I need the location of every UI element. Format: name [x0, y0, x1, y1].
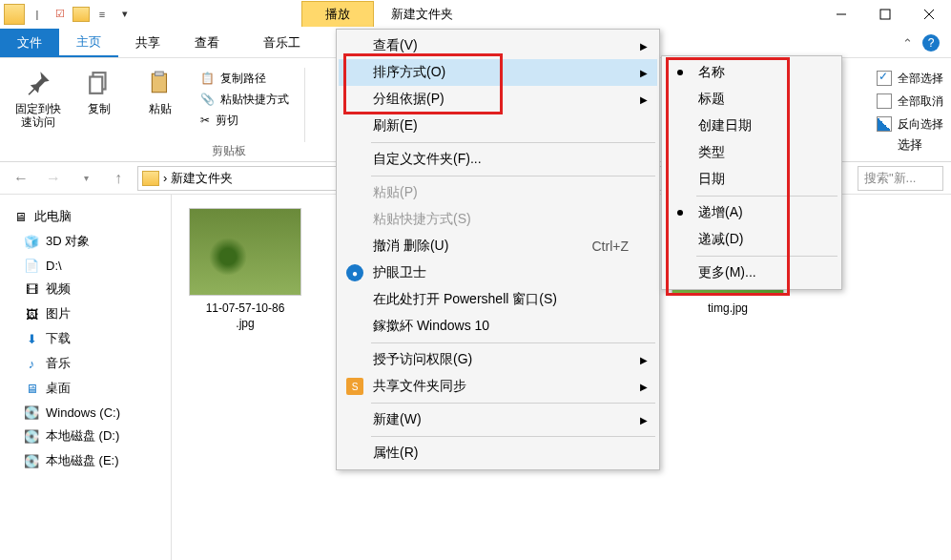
file-name: 11-07-57-10-86 .jpg	[206, 301, 285, 331]
tree-3d-objects[interactable]: 🧊3D 对象	[4, 229, 167, 254]
breadcrumb[interactable]: 新建文件夹	[171, 170, 233, 187]
tree-local-d[interactable]: 💽本地磁盘 (D:)	[4, 424, 167, 448]
sort-more[interactable]: 更多(M)...	[664, 259, 839, 286]
tab-home[interactable]: 主页	[59, 29, 118, 57]
up-button[interactable]: ↑	[105, 165, 132, 192]
tab-music-tools[interactable]: 音乐工	[246, 29, 318, 57]
download-icon: ⬇	[23, 331, 40, 346]
forward-button[interactable]: →	[40, 165, 67, 192]
bullet-icon	[677, 70, 683, 75]
tree-this-pc[interactable]: 🖥此电脑	[4, 204, 167, 229]
invert-selection-button[interactable]: 反向选择	[877, 114, 943, 135]
search-box[interactable]: 搜索"新...	[858, 166, 943, 191]
ctx-grant-access[interactable]: 授予访问权限(G)▶	[339, 346, 657, 373]
ctx-customize-folder[interactable]: 自定义文件夹(F)...	[339, 146, 657, 173]
tab-share[interactable]: 共享	[118, 29, 177, 57]
ctx-group-by[interactable]: 分组依据(P)▶	[339, 86, 657, 113]
svg-rect-7	[155, 72, 164, 75]
tree-videos[interactable]: 🎞视频	[4, 277, 167, 301]
select-group-label: 选择	[877, 136, 943, 154]
chevron-right-icon: ▶	[640, 355, 648, 365]
tab-view[interactable]: 查看	[177, 29, 237, 57]
file-item[interactable]: 11-07-57-10-86 .jpg	[183, 208, 307, 331]
tab-file[interactable]: 文件	[0, 29, 59, 57]
navigation-pane[interactable]: 🖥此电脑 🧊3D 对象 📄D:\ 🎞视频 🖼图片 ⬇下载 ♪音乐 🖥桌面 💽Wi…	[0, 195, 172, 560]
ctx-sort-by[interactable]: 排序方式(O)▶	[339, 59, 657, 86]
ctx-paste[interactable]: 粘贴(P)	[339, 179, 657, 206]
sort-date[interactable]: 日期	[664, 166, 839, 193]
sort-type[interactable]: 类型	[664, 139, 839, 166]
pin-icon	[23, 68, 53, 98]
paste-button[interactable]: 粘贴	[135, 64, 185, 115]
minimize-button[interactable]	[819, 0, 863, 29]
window-controls	[819, 0, 951, 29]
ctx-open-powershell[interactable]: 在此处打开 Powershell 窗口(S)	[339, 286, 657, 313]
sort-ascending[interactable]: 递增(A)	[664, 199, 839, 226]
breadcrumb-sep: ›	[163, 171, 167, 185]
qat-overflow-icon[interactable]: ≡	[92, 4, 113, 25]
select-all-button[interactable]: 全部选择	[877, 68, 943, 89]
checkbox-icon	[877, 71, 892, 86]
qat-separator: |	[27, 4, 48, 25]
tree-downloads[interactable]: ⬇下载	[4, 326, 167, 351]
ctx-eye-protection[interactable]: ●护眼卫士	[339, 259, 657, 286]
shortcut-icon: 📎	[200, 93, 215, 106]
sort-descending[interactable]: 递减(D)	[664, 226, 839, 253]
film-icon: 🎞	[23, 281, 40, 297]
qat-dropdown-icon[interactable]: ▾	[114, 4, 135, 25]
ctx-view[interactable]: 查看(V)▶	[339, 32, 657, 59]
qat-check-icon[interactable]: ☑	[50, 4, 71, 25]
drive-icon: 💽	[23, 453, 40, 468]
pin-quick-access-button[interactable]: 固定到快 速访问	[13, 64, 63, 130]
close-button[interactable]	[907, 0, 951, 29]
drive-icon: 💽	[23, 428, 40, 444]
paste-shortcut-button[interactable]: 📎粘贴快捷方式	[196, 89, 293, 110]
music-icon: ♪	[23, 356, 40, 371]
tree-pictures[interactable]: 🖼图片	[4, 301, 167, 326]
help-icon[interactable]: ?	[922, 34, 940, 52]
ctx-share-folder-sync[interactable]: S共享文件夹同步▶	[339, 373, 657, 400]
back-button[interactable]: ←	[8, 165, 34, 192]
folder-icon-2[interactable]	[72, 7, 90, 22]
select-none-button[interactable]: 全部取消	[877, 91, 943, 112]
sort-title[interactable]: 标题	[664, 86, 839, 113]
pc-icon: 🖥	[11, 209, 29, 224]
ribbon-collapse-icon[interactable]: ⌃	[902, 36, 913, 51]
ctx-undo-delete[interactable]: 撤消 删除(U)Ctrl+Z	[339, 233, 657, 259]
ctx-paste-shortcut[interactable]: 粘贴快捷方式(S)	[339, 206, 657, 233]
copy-button[interactable]: 复制	[74, 64, 124, 115]
ctx-properties[interactable]: 属性(R)	[339, 440, 657, 467]
folder-icon[interactable]	[4, 4, 25, 25]
invert-icon	[877, 116, 892, 132]
cube-icon: 🧊	[23, 234, 40, 249]
cut-button[interactable]: ✂剪切	[196, 110, 242, 131]
paste-icon	[145, 68, 176, 98]
ctx-new[interactable]: 新建(W)▶	[339, 406, 657, 433]
copy-path-button[interactable]: 📋复制路径	[196, 68, 270, 89]
recent-dropdown[interactable]: ▾	[72, 165, 99, 192]
ctx-open-windows-10[interactable]: 鎵撳紑 Windows 10	[339, 313, 657, 340]
maximize-button[interactable]	[863, 0, 907, 29]
svg-rect-6	[152, 73, 166, 93]
svg-rect-1	[880, 10, 890, 19]
tree-d-drive[interactable]: 📄D:\	[4, 254, 167, 277]
chevron-right-icon: ▶	[640, 94, 648, 105]
drive-icon: 💽	[23, 404, 40, 420]
sort-date-created[interactable]: 创建日期	[664, 113, 839, 139]
tree-music[interactable]: ♪音乐	[4, 351, 167, 376]
tree-windows-c[interactable]: 💽Windows (C:)	[4, 401, 167, 424]
path-icon: 📋	[200, 72, 215, 85]
bullet-icon	[677, 210, 683, 216]
tree-desktop[interactable]: 🖥桌面	[4, 376, 167, 401]
checkbox-empty-icon	[877, 93, 892, 109]
tree-local-e[interactable]: 💽本地磁盘 (E:)	[4, 448, 167, 473]
desktop-icon: 🖥	[23, 381, 40, 396]
sort-name[interactable]: 名称	[664, 59, 839, 86]
thumbnail-image	[189, 208, 301, 296]
ctx-refresh[interactable]: 刷新(E)	[339, 113, 657, 139]
page-icon: 📄	[23, 258, 40, 273]
context-menu: 查看(V)▶ 排序方式(O)▶ 分组依据(P)▶ 刷新(E) 自定义文件夹(F)…	[336, 29, 660, 470]
clipboard-group-label: 剪贴板	[134, 143, 324, 159]
copy-icon	[84, 68, 114, 98]
contextual-tab-play[interactable]: 播放	[301, 1, 374, 27]
